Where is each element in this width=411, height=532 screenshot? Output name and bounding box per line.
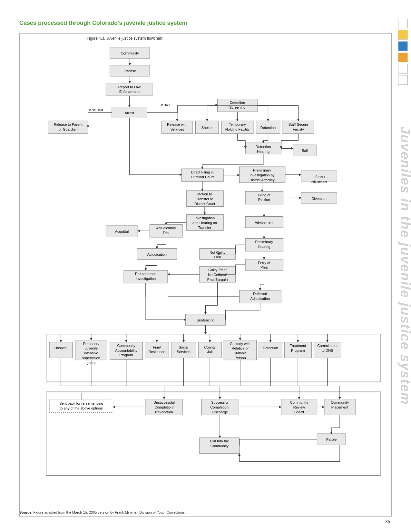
svg-text:District Court: District Court (194, 202, 215, 206)
svg-text:Filing of: Filing of (258, 193, 271, 197)
svg-text:Hearing: Hearing (258, 245, 270, 249)
svg-text:Successful: Successful (211, 401, 229, 405)
svg-text:Detention: Detention (230, 101, 245, 104)
svg-text:Services: Services (177, 350, 191, 354)
svg-text:Preliminary: Preliminary (255, 240, 273, 244)
svg-text:Facility: Facility (293, 127, 304, 131)
svg-text:Community: Community (331, 401, 349, 405)
svg-text:Screening: Screening (229, 105, 245, 109)
color-block-white3 (398, 75, 408, 85)
svg-text:Suitable: Suitable (234, 351, 247, 355)
svg-text:Treatment: Treatment (290, 344, 306, 348)
svg-text:Person: Person (234, 356, 246, 360)
svg-text:Discharge: Discharge (212, 410, 228, 414)
color-block-orange (398, 53, 408, 62)
svg-text:Parole: Parole (326, 438, 337, 442)
svg-text:Temporary: Temporary (229, 123, 246, 126)
svg-text:or Guardian: or Guardian (59, 127, 78, 131)
color-block-blue (398, 41, 408, 51)
svg-text:Offense: Offense (123, 69, 136, 73)
svg-text:Sent back for re-sentencing: Sent back for re-sentencing (59, 401, 103, 405)
svg-text:Enforcement: Enforcement (119, 90, 140, 94)
svg-text:Adjudicatory: Adjudicatory (156, 226, 176, 230)
svg-text:Restitution: Restitution (148, 350, 165, 354)
svg-text:If No Hold: If No Hold (89, 108, 103, 112)
svg-text:Accountability: Accountability (115, 349, 137, 352)
source-label: Source (19, 510, 31, 514)
svg-text:Adjudication: Adjudication (250, 297, 270, 300)
svg-text:Guilty Plea/: Guilty Plea/ (208, 268, 227, 272)
svg-text:Board: Board (294, 410, 304, 414)
svg-rect-191 (259, 342, 282, 358)
svg-text:Acquittal: Acquittal (115, 230, 129, 234)
svg-text:Community: Community (210, 444, 229, 448)
svg-text:No Contest/: No Contest/ (208, 273, 227, 277)
page-number: 85 (386, 519, 390, 524)
svg-text:Hearing: Hearing (257, 150, 269, 153)
svg-text:Diversion: Diversion (312, 197, 327, 201)
svg-text:Shelter: Shelter (201, 126, 213, 130)
source-body: : Figure adapted from the March 15, 2005… (31, 510, 186, 514)
svg-text:Custody with: Custody with (230, 342, 250, 346)
svg-text:Plea Bargain: Plea Bargain (207, 278, 228, 281)
svg-text:Detention: Detention (256, 145, 271, 149)
svg-text:Trial: Trial (163, 231, 170, 235)
flowchart-svg: .box { fill: #e8e8e8; stroke: #888; stro… (22, 43, 389, 513)
svg-text:Staff-Secure: Staff-Secure (289, 123, 308, 126)
svg-text:and Hearing on: and Hearing on (192, 221, 217, 225)
svg-text:District Attorney: District Attorney (250, 178, 275, 182)
svg-text:Community: Community (121, 51, 139, 55)
svg-text:Community: Community (290, 401, 308, 405)
svg-text:Pre-sentence: Pre-sentence (135, 272, 156, 276)
svg-text:Plea: Plea (214, 255, 221, 259)
svg-text:Services: Services (170, 127, 184, 131)
svg-text:Adjustment: Adjustment (311, 180, 327, 183)
svg-text:Motion to: Motion to (197, 192, 212, 196)
color-block-yellow (398, 30, 408, 40)
svg-text:If Hold: If Hold (161, 103, 171, 107)
svg-text:Review: Review (293, 406, 305, 409)
svg-text:County: County (204, 345, 216, 349)
svg-text:Arrest: Arrest (125, 111, 134, 115)
svg-text:Program: Program (119, 353, 133, 357)
color-block-white1 (398, 19, 408, 28)
svg-text:Hospital: Hospital (54, 346, 67, 350)
svg-text:intensive: intensive (84, 351, 98, 355)
svg-text:Detention: Detention (260, 126, 276, 130)
svg-text:Unsuccessful: Unsuccessful (153, 401, 175, 405)
sidebar-text-container: Juveniles in the juvenile justice system (396, 0, 411, 532)
svg-text:Release to Parent: Release to Parent (54, 123, 83, 126)
svg-text:Informal: Informal (313, 175, 326, 179)
svg-text:Direct Filing in: Direct Filing in (191, 171, 213, 174)
svg-text:Holding Facility: Holding Facility (225, 127, 250, 131)
svg-text:Not Guilty: Not Guilty (210, 251, 225, 254)
svg-text:Social: Social (179, 345, 188, 349)
svg-text:Criminal Court: Criminal Court (191, 175, 214, 179)
svg-text:Commitment: Commitment (317, 344, 338, 348)
svg-text:Juvenile: Juvenile (84, 347, 98, 350)
svg-text:Preliminary: Preliminary (253, 168, 271, 172)
svg-text:Placement: Placement (331, 406, 348, 409)
svg-text:Deferred: Deferred (253, 292, 267, 296)
svg-text:Jail: Jail (207, 350, 213, 354)
svg-text:Investigation: Investigation (136, 277, 156, 281)
svg-text:Completion/: Completion/ (210, 406, 230, 409)
page-container: Juveniles in the juvenile justice system… (0, 0, 411, 532)
svg-text:Plea: Plea (260, 266, 268, 270)
svg-text:Probation/: Probation/ (83, 342, 100, 346)
svg-text:to any of the above options: to any of the above options (60, 406, 103, 410)
source-text: Source: Figure adapted from the March 15… (19, 510, 186, 514)
svg-rect-165 (49, 342, 73, 358)
svg-text:Program: Program (291, 349, 305, 352)
svg-text:Investigation by: Investigation by (250, 173, 275, 177)
svg-text:Petition: Petition (258, 198, 270, 202)
svg-text:Sentencing: Sentencing (197, 318, 215, 322)
svg-text:to DHS: to DHS (322, 349, 333, 352)
svg-text:Adjudication: Adjudication (147, 252, 167, 256)
svg-text:Relative or: Relative or (231, 347, 249, 350)
main-content: Cases processed through Colorado's juven… (19, 19, 392, 519)
svg-text:Detention: Detention (263, 346, 278, 350)
svg-text:Advisement: Advisement (255, 221, 273, 224)
svg-text:Entry of: Entry of (258, 261, 270, 265)
svg-text:Investigation: Investigation (195, 216, 215, 220)
